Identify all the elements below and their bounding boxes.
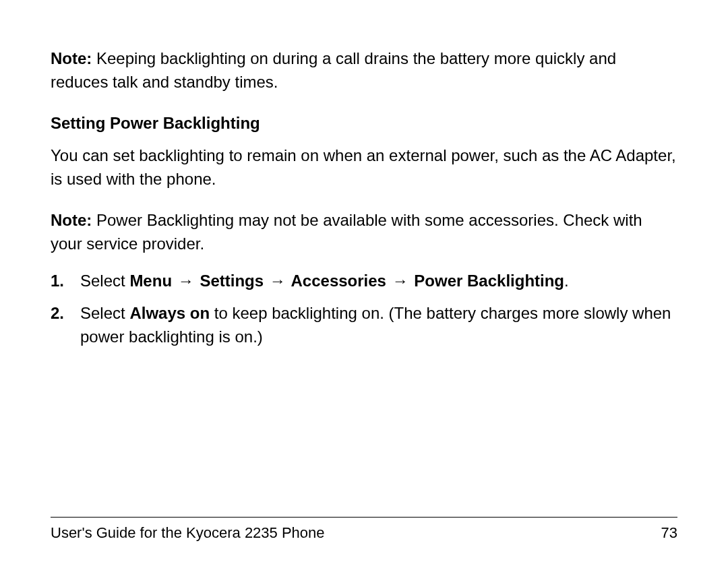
note-label: Note: [51,211,92,229]
section-heading: Setting Power Backlighting [51,112,677,135]
step-number: 1. [51,270,80,293]
arrow-icon: → [178,270,194,293]
page-footer: User's Guide for the Kyocera 2235 Phone … [51,517,677,542]
step-body: Select Always on to keep backlighting on… [80,302,677,349]
step-number: 2. [51,302,80,349]
note-backlighting-drain: Note: Keeping backlighting on during a c… [51,47,677,94]
note-label: Note: [51,49,92,67]
step-1: 1. Select Menu → Settings → Accessories … [51,270,677,293]
step-2: 2. Select Always on to keep backlighting… [51,302,677,349]
page-content: Note: Keeping backlighting on during a c… [51,47,677,349]
menu-path: Menu → Settings → Accessories → Power Ba… [129,272,564,290]
steps-list: 1. Select Menu → Settings → Accessories … [51,270,677,349]
step-prefix: Select [80,304,129,322]
footer-title: User's Guide for the Kyocera 2235 Phone [51,524,325,542]
page-number: 73 [661,524,677,542]
arrow-icon: → [392,270,408,293]
step-body: Select Menu → Settings → Accessories → P… [80,270,677,293]
note-text: Power Backlighting may not be available … [51,211,642,253]
intro-paragraph: You can set backlighting to remain on wh… [51,144,677,191]
note-text: Keeping backlighting on during a call dr… [51,49,616,91]
arrow-icon: → [270,270,286,293]
note-accessories: Note: Power Backlighting may not be avai… [51,209,677,256]
step-prefix: Select [80,272,129,290]
option-always-on: Always on [129,304,210,322]
